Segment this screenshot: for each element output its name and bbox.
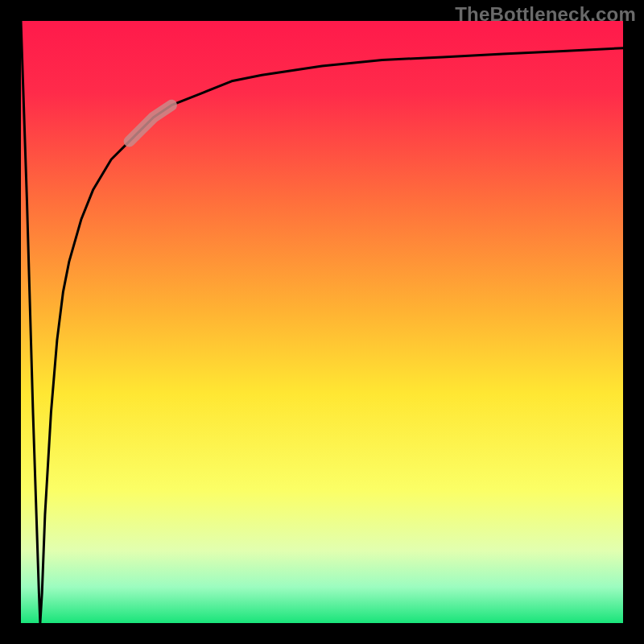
plot-background [21,21,623,623]
watermark-text: TheBottleneck.com [455,3,636,26]
bottleneck-chart [0,0,644,644]
